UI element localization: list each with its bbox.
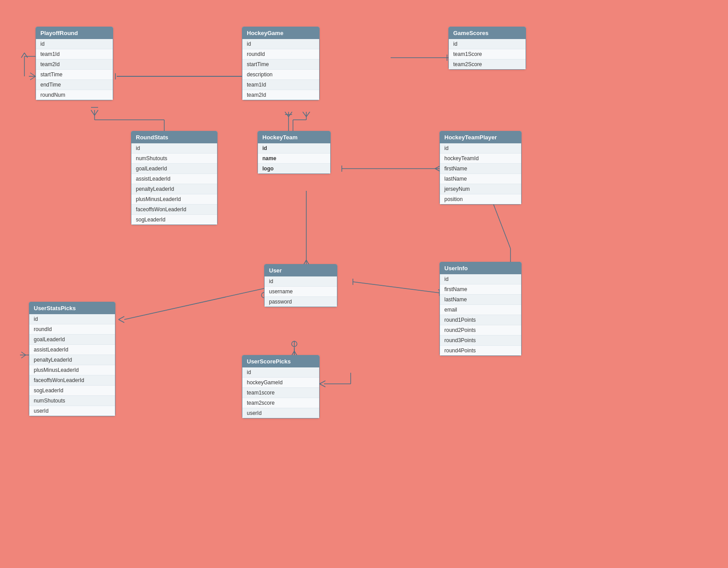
entity-round-stats: RoundStats id numShutouts goalLeaderId a… [131,131,218,225]
field-htp-hockeyteamid: hockeyTeamId [440,154,521,164]
field-usp-roundid: roundId [29,324,115,335]
svg-line-56 [21,355,26,358]
diagram-canvas: PlayoffRound id team1Id team2Id startTim… [0,0,728,568]
field-ui-round2points: round2Points [440,325,521,335]
field-ht-name: name [258,154,330,164]
field-rs-penaltyleaderid: penaltyLeaderId [131,184,217,194]
entity-header-user-score-picks: UserScorePicks [242,355,319,367]
field-hg-roundid: roundId [242,49,319,59]
entity-header-hockey-game: HockeyGame [242,27,319,39]
field-ui-id: id [440,274,521,284]
svg-line-7 [91,110,95,115]
field-uscp-team1score: team1score [242,388,319,398]
entity-hockey-game: HockeyGame id roundId startTime descript… [242,27,320,100]
entity-header-user-stats-picks: UserStatsPicks [29,302,115,314]
svg-line-52 [21,53,24,58]
field-u-id: id [265,276,337,287]
svg-line-8 [95,110,98,115]
field-hg-description: description [242,70,319,80]
field-ht-logo: logo [258,164,330,174]
field-rs-plusminusleaderid: plusMinusLeaderId [131,194,217,205]
svg-line-17 [303,112,306,117]
svg-line-2 [30,73,36,76]
field-usp-faceoffswonleaderid: faceoffsWonLeaderId [29,375,115,386]
field-rs-numshutouts: numShutouts [131,154,217,164]
field-rs-goalleaderid: goalLeaderId [131,164,217,174]
field-hg-id: id [242,39,319,49]
entity-hockey-team: HockeyTeam id name logo [257,131,331,174]
field-rs-id: id [131,143,217,154]
entity-user-stats-picks: UserStatsPicks id roundId goalLeaderId a… [29,302,115,416]
field-ui-round4points: round4Points [440,346,521,355]
svg-line-32 [124,288,264,320]
field-hg-starttime: startTime [242,59,319,70]
field-pr-endtime: endTime [36,80,113,90]
field-htp-jerseynum: jerseyNum [440,184,521,194]
field-usp-assistleaderid: assistLeaderId [29,345,115,355]
field-usp-id: id [29,314,115,324]
entity-header-hockey-team-player: HockeyTeamPlayer [440,131,521,143]
entity-header-user: User [265,264,337,276]
entity-game-scores: GameScores id team1Score team2Score [448,27,526,70]
field-gs-id: id [449,39,526,49]
field-ht-id: id [258,143,330,154]
field-usp-userid: userId [29,406,115,416]
entity-header-hockey-team: HockeyTeam [258,131,330,143]
field-hg-team2id: team2Id [242,90,319,100]
svg-line-44 [320,381,325,384]
field-u-username: username [265,287,337,297]
field-htp-position: position [440,194,521,204]
field-usp-penaltyleaderid: penaltyLeaderId [29,355,115,365]
entity-header-playoff-round: PlayoffRound [36,27,113,39]
entity-header-round-stats: RoundStats [131,131,217,143]
svg-line-18 [306,112,310,117]
field-uscp-id: id [242,367,319,378]
field-ui-round3points: round3Points [440,335,521,346]
svg-point-37 [292,341,297,347]
field-uscp-userid: userId [242,408,319,418]
svg-line-11 [285,112,289,117]
field-rs-faceoffswonleaderid: faceoffsWonLeaderId [131,205,217,215]
svg-line-34 [119,316,124,320]
entity-header-user-info: UserInfo [440,262,521,274]
field-rs-assistleaderid: assistLeaderId [131,174,217,184]
entity-user-score-picks: UserScorePicks id hockeyGameId team1scor… [242,355,320,418]
field-usp-goalleaderid: goalLeaderId [29,335,115,345]
field-uscp-team2score: team2score [242,398,319,408]
field-htp-firstname: firstName [440,164,521,174]
field-usp-numshutouts: numShutouts [29,396,115,406]
field-htp-lastname: lastName [440,174,521,184]
field-hg-team1id: team1Id [242,80,319,90]
svg-line-3 [30,76,36,80]
field-ui-lastname: lastName [440,295,521,305]
field-pr-id: id [36,39,113,49]
field-pr-team2id: team2Id [36,59,113,70]
svg-line-45 [320,384,325,387]
field-usp-sogleaderid: sogLeaderId [29,386,115,396]
svg-line-35 [119,320,124,323]
entity-hockey-team-player: HockeyTeamPlayer id hockeyTeamId firstNa… [439,131,522,205]
field-pr-roundnum: roundNum [36,90,113,100]
field-usp-plusminusleaderid: plusMinusLeaderId [29,365,115,375]
field-uscp-hockeygameid: hockeyGameId [242,378,319,388]
entity-playoff-round: PlayoffRound id team1Id team2Id startTim… [36,27,113,100]
field-ui-round1points: round1Points [440,315,521,325]
svg-line-12 [289,112,292,117]
field-ui-email: email [440,305,521,315]
field-rs-sogleaderid: sogLeaderId [131,215,217,225]
field-gs-team1score: team1Score [449,49,526,59]
svg-line-55 [21,352,26,355]
entity-user-info: UserInfo id firstName lastName email rou… [439,262,522,356]
field-pr-starttime: startTime [36,70,113,80]
entity-header-game-scores: GameScores [449,27,526,39]
entity-user: User id username password [264,264,337,307]
field-gs-team2score: team2Score [449,59,526,69]
field-htp-id: id [440,143,521,154]
svg-line-53 [24,53,28,58]
field-ui-firstname: firstName [440,284,521,295]
field-pr-team1id: team1Id [36,49,113,59]
svg-line-28 [353,282,439,293]
field-u-password: password [265,297,337,307]
